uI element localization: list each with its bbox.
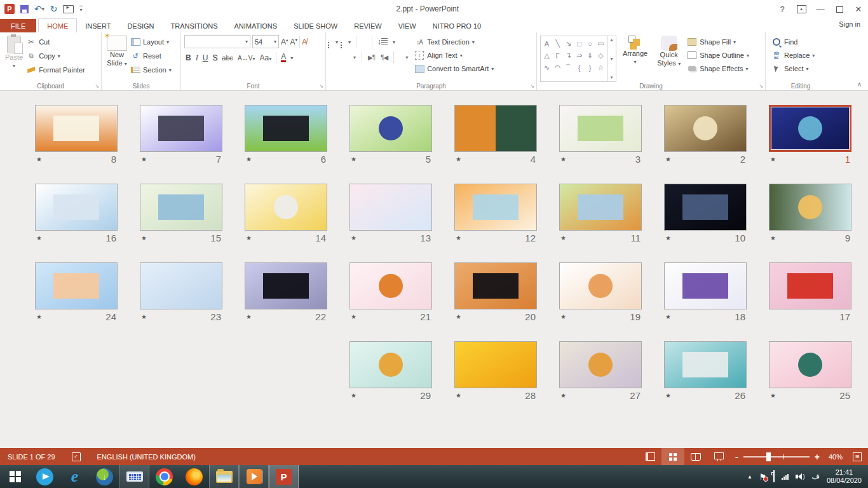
taskbar-osk-button[interactable]: [119, 465, 149, 488]
shape-glyph-17[interactable]: ☆: [595, 62, 606, 74]
shape-glyph-3[interactable]: □: [574, 37, 585, 50]
slide-4-thumbnail-day-night-split[interactable]: [454, 105, 537, 152]
decrease-font-size-button[interactable]: A▾: [290, 37, 298, 46]
change-case-button[interactable]: Aa▾: [259, 53, 271, 62]
slide-1-thumbnail-globe-space-title[interactable]: [769, 105, 851, 152]
slide-8-thumbnail-rotation-diagram-sunset[interactable]: [35, 105, 118, 152]
shape-glyph-13[interactable]: ◠: [552, 62, 563, 74]
slide-sorter-view-button[interactable]: [661, 448, 684, 465]
clock[interactable]: 21:41 08/04/2020: [827, 468, 862, 485]
slide-5-thumbnail-globe-leaves[interactable]: [349, 105, 432, 152]
shape-glyph-8[interactable]: ↴: [563, 50, 574, 62]
slide-show-button[interactable]: [707, 448, 730, 465]
taskbar-powerpoint-button[interactable]: P: [269, 465, 299, 488]
arrange-button[interactable]: Arrange ▾: [620, 34, 651, 82]
copy-button[interactable]: ⧉ Copy ▾: [26, 50, 85, 62]
reset-button[interactable]: ↺ Reset: [130, 50, 172, 62]
convert-to-smartart-button[interactable]: Convert to SmartArt▾: [414, 62, 494, 75]
format-painter-button[interactable]: Format Painter: [26, 64, 85, 76]
fit-slide-to-window-icon[interactable]: ⊞: [853, 452, 862, 461]
shape-glyph-4[interactable]: ○: [585, 37, 595, 50]
font-dialog-launcher[interactable]: ↘: [319, 83, 323, 89]
drawing-dialog-launcher[interactable]: ↘: [759, 83, 763, 89]
tab-design[interactable]: DESIGN: [119, 19, 162, 32]
start-from-beginning-icon[interactable]: [63, 5, 74, 13]
hidden-icons-chevron-icon[interactable]: ▲: [747, 474, 752, 480]
tab-file[interactable]: FILE: [0, 19, 36, 32]
slide-2-thumbnail-pocket-watch[interactable]: [664, 105, 747, 152]
shape-glyph-16[interactable]: }: [585, 62, 595, 74]
layout-button[interactable]: Layout▾: [130, 36, 172, 48]
tab-review[interactable]: REVIEW: [346, 19, 390, 32]
shape-fill-button[interactable]: Shape Fill▾: [687, 36, 749, 48]
tab-view[interactable]: VIEW: [390, 19, 424, 32]
tab-transitions[interactable]: TRANSITIONS: [163, 19, 226, 32]
shape-glyph-5[interactable]: ▭: [595, 37, 606, 50]
shape-glyph-2[interactable]: ↘: [563, 37, 574, 50]
align-text-button[interactable]: ↕ Align Text▾: [414, 49, 494, 62]
taskbar-idm-button[interactable]: [90, 465, 119, 488]
sign-in-link[interactable]: Sign in: [839, 20, 860, 28]
ribbon-display-options-icon[interactable]: ▴: [792, 1, 811, 17]
slide-6-thumbnail-earth-sun-sky[interactable]: [245, 105, 327, 152]
replace-button[interactable]: abac Replace▾: [771, 49, 834, 62]
slide-11-thumbnail-world-map-compass[interactable]: [559, 184, 642, 231]
slide-17-thumbnail-china-map[interactable]: [769, 262, 851, 309]
shape-glyph-15[interactable]: {: [574, 62, 585, 74]
slide-16-thumbnail-map-waves[interactable]: [35, 184, 118, 231]
shapes-gallery-scrollbar[interactable]: ▲▼▾: [607, 36, 616, 82]
shape-effects-button[interactable]: Shape Effects▾: [687, 62, 749, 75]
action-center-flag-icon[interactable]: ⚑: [759, 472, 767, 482]
font-name-combobox[interactable]: ▾: [184, 35, 250, 48]
clear-formatting-button[interactable]: A̸: [302, 37, 307, 46]
font-color-button[interactable]: A: [281, 53, 286, 62]
zoom-percentage[interactable]: 40%: [825, 453, 846, 461]
shape-glyph-12[interactable]: ∿: [541, 62, 552, 74]
zoom-in-button[interactable]: +: [815, 452, 820, 462]
slide-10-thumbnail-earth-terminator[interactable]: [664, 184, 747, 231]
shape-glyph-6[interactable]: △: [541, 50, 552, 62]
volume-icon[interactable]: ): [796, 473, 804, 480]
left-to-right-direction-button[interactable]: ▶¶: [368, 54, 375, 61]
slide-3-thumbnail-world-clock-map[interactable]: [559, 105, 642, 152]
shape-glyph-11[interactable]: ◇: [595, 50, 606, 62]
slide-9-thumbnail-earth-sunrise[interactable]: [769, 184, 851, 231]
minimize-icon[interactable]: —: [811, 1, 830, 17]
bold-button[interactable]: B: [186, 53, 191, 62]
slide-13-thumbnail-floral-text[interactable]: [349, 184, 432, 231]
tab-animations[interactable]: ANIMATIONS: [226, 19, 286, 32]
paragraph-dialog-launcher[interactable]: ↘: [530, 83, 534, 89]
restore-icon[interactable]: [830, 1, 849, 17]
zoom-out-button[interactable]: -: [735, 452, 738, 462]
network-signal-icon[interactable]: [782, 474, 789, 480]
redo-icon[interactable]: ↻: [50, 4, 58, 14]
cut-button[interactable]: ✂ Cut: [26, 36, 85, 48]
slide-24-thumbnail-earth-axis-diagrams[interactable]: [35, 262, 118, 309]
select-button[interactable]: Select▾: [771, 62, 834, 75]
find-button[interactable]: Find: [771, 36, 834, 48]
tab-home[interactable]: HOME: [38, 18, 77, 33]
shape-glyph-7[interactable]: Γ: [552, 50, 563, 62]
help-icon[interactable]: ?: [773, 1, 792, 17]
collapse-ribbon-icon[interactable]: ∧: [857, 81, 862, 88]
taskbar-chrome-button[interactable]: [149, 465, 179, 488]
shape-glyph-14[interactable]: ⌒: [563, 62, 574, 74]
slide-15-thumbnail-timezone-map-green[interactable]: [140, 184, 222, 231]
slide-12-thumbnail-rotation-textboxes[interactable]: [454, 184, 537, 231]
slide-28-thumbnail-golden-text[interactable]: [454, 341, 537, 388]
slide-18-thumbnail-timezone-color-map[interactable]: [664, 262, 747, 309]
tab-nitro-pro-10[interactable]: NITRO PRO 10: [424, 19, 489, 32]
taskbar-telegram-button[interactable]: [30, 465, 60, 488]
slide-22-thumbnail-galaxy-orbits[interactable]: [245, 262, 327, 309]
text-shadow-button[interactable]: S: [212, 53, 217, 62]
shapes-gallery[interactable]: A╲↘□○▭△Γ↴⇒⇓◇∿◠⌒{}☆: [540, 36, 607, 82]
right-to-left-direction-button[interactable]: ¶◀: [381, 54, 388, 61]
line-spacing-button[interactable]: ↕: [377, 37, 388, 46]
paste-button[interactable]: Paste ▾: [2, 34, 26, 82]
power-icon[interactable]: [773, 471, 775, 482]
tab-insert[interactable]: INSERT: [77, 19, 119, 32]
taskbar-ie-button[interactable]: e: [60, 465, 90, 488]
taskbar-wmp-button[interactable]: [239, 465, 269, 488]
taskbar-explorer-button[interactable]: [209, 465, 239, 488]
shape-outline-button[interactable]: Shape Outline▾: [687, 49, 749, 62]
